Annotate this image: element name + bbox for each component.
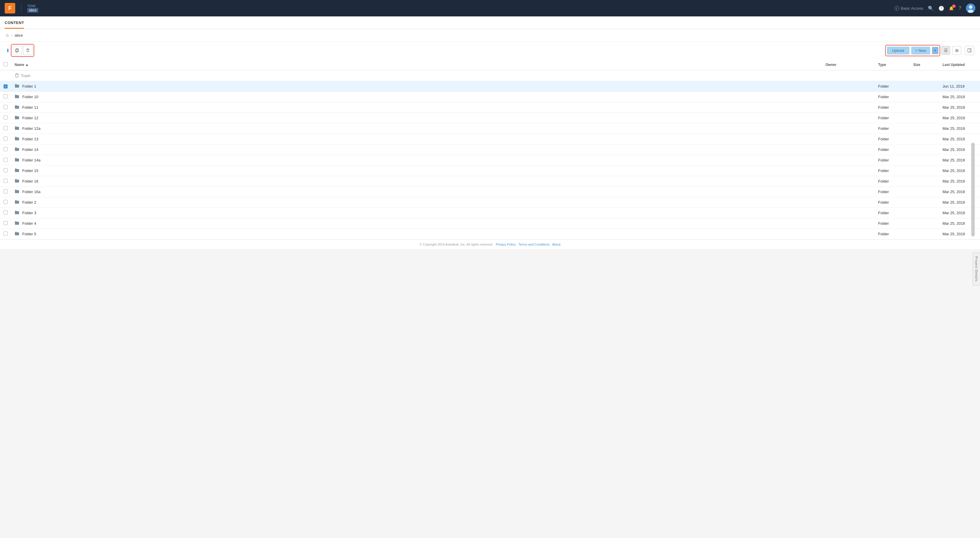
- file-name[interactable]: Folder 4: [22, 221, 36, 226]
- home-breadcrumb[interactable]: ⌂: [6, 32, 9, 38]
- table-row[interactable]: Folder 16aFolderMar 25, 2019: [0, 187, 980, 197]
- table-row[interactable]: Folder 4FolderMar 25, 2019: [0, 218, 980, 229]
- row-checkbox[interactable]: [3, 147, 8, 151]
- content-tab[interactable]: CONTENT: [5, 16, 24, 29]
- table-row[interactable]: Folder 16FolderMar 25, 2019: [0, 176, 980, 187]
- table-row[interactable]: Folder 2FolderMar 25, 2019: [0, 197, 980, 208]
- row-checkbox[interactable]: ✓: [3, 85, 8, 88]
- type-cell: Folder: [875, 197, 910, 208]
- type-cell: [875, 70, 910, 81]
- row-checkbox[interactable]: [3, 137, 8, 140]
- type-cell: Folder: [875, 155, 910, 166]
- name-column-header[interactable]: Name ▲: [11, 59, 822, 70]
- file-name[interactable]: Folder 13: [22, 137, 38, 141]
- file-name[interactable]: Folder 15: [22, 169, 38, 173]
- table-row[interactable]: Folder 12aFolderMar 25, 2019: [0, 123, 980, 134]
- row-checkbox[interactable]: [3, 211, 8, 214]
- panel-toggle-button[interactable]: [965, 46, 974, 55]
- header-right: i Basic Access 🔍 🕐 🔔 4 ?: [894, 3, 975, 13]
- file-name[interactable]: Trash: [21, 73, 30, 78]
- row-checkbox[interactable]: [3, 168, 8, 172]
- select-all-checkbox[interactable]: [3, 62, 8, 66]
- table-row[interactable]: Trash: [0, 70, 980, 81]
- row-checkbox[interactable]: [3, 221, 8, 225]
- owner-cell: [822, 144, 875, 155]
- size-cell: [910, 144, 939, 155]
- table-body: Trash✓Folder 1FolderJun 11, 2019Folder 1…: [0, 70, 980, 239]
- file-name[interactable]: Folder 10: [22, 95, 38, 99]
- svg-point-1: [969, 5, 972, 9]
- table-row[interactable]: Folder 14aFolderMar 25, 2019: [0, 155, 980, 166]
- delete-button[interactable]: [23, 46, 32, 55]
- owner-cell: [822, 81, 875, 92]
- file-name[interactable]: Folder 12: [22, 116, 38, 120]
- about-link[interactable]: About: [552, 243, 560, 246]
- terms-link[interactable]: Terms and Conditions: [519, 243, 549, 246]
- size-cell: [910, 208, 939, 218]
- privacy-policy-link[interactable]: Privacy Policy: [496, 243, 516, 246]
- owner-column-header: Owner: [822, 59, 875, 70]
- download-button[interactable]: ⬇: [6, 48, 10, 53]
- new-button[interactable]: + New: [911, 46, 930, 54]
- table-row[interactable]: Folder 14FolderMar 25, 2019: [0, 144, 980, 155]
- type-cell: Folder: [875, 123, 910, 134]
- file-name[interactable]: Folder 16a: [22, 190, 40, 194]
- notification-button[interactable]: 🔔 4: [949, 6, 954, 11]
- new-dropdown-button[interactable]: ▾: [932, 47, 939, 54]
- folder-icon: [14, 231, 19, 236]
- file-name[interactable]: Folder 3: [22, 211, 36, 215]
- table-row[interactable]: Folder 5FolderMar 25, 2019: [0, 229, 980, 239]
- owner-cell: [822, 218, 875, 229]
- last-updated-cell: Mar 25, 2019: [939, 123, 980, 134]
- table-row[interactable]: ✓Folder 1FolderJun 11, 2019: [0, 81, 980, 92]
- scrollbar-thumb[interactable]: [971, 143, 975, 236]
- owner-cell: [822, 134, 875, 144]
- user-avatar[interactable]: [966, 3, 975, 13]
- copy-button[interactable]: [13, 46, 22, 55]
- row-checkbox[interactable]: [3, 115, 8, 120]
- row-checkbox[interactable]: [3, 200, 8, 204]
- size-cell: [910, 197, 939, 208]
- last-updated-cell: [939, 70, 980, 81]
- table-row[interactable]: Folder 12FolderMar 25, 2019: [0, 113, 980, 123]
- size-cell: [910, 229, 939, 239]
- folder-icon: [14, 94, 19, 99]
- grid-view-button[interactable]: ⊞: [953, 46, 961, 55]
- file-name[interactable]: Folder 12a: [22, 126, 40, 131]
- row-checkbox[interactable]: [3, 189, 8, 193]
- last-updated-cell: Mar 25, 2019: [939, 113, 980, 123]
- row-checkbox[interactable]: [3, 179, 8, 183]
- help-button[interactable]: ?: [959, 6, 961, 11]
- table-row[interactable]: Folder 11FolderMar 25, 2019: [0, 102, 980, 113]
- folder-icon: [14, 158, 19, 163]
- size-cell: [910, 113, 939, 123]
- size-cell: [910, 166, 939, 176]
- file-name[interactable]: Folder 2: [22, 200, 36, 204]
- history-button[interactable]: 🕐: [939, 6, 944, 11]
- row-checkbox[interactable]: [3, 231, 8, 236]
- table-row[interactable]: Folder 10FolderMar 25, 2019: [0, 92, 980, 102]
- file-name[interactable]: Folder 11: [22, 105, 38, 110]
- file-name[interactable]: Folder 14: [22, 147, 38, 152]
- row-checkbox[interactable]: [3, 105, 8, 109]
- table-row[interactable]: Folder 15FolderMar 25, 2019: [0, 166, 980, 176]
- table-row[interactable]: Folder 13FolderMar 25, 2019: [0, 134, 980, 144]
- file-name[interactable]: Folder 14a: [22, 158, 40, 162]
- row-checkbox[interactable]: [3, 158, 8, 162]
- search-button[interactable]: 🔍: [928, 6, 934, 11]
- file-name[interactable]: Folder 5: [22, 232, 36, 236]
- info-icon: i: [894, 6, 899, 11]
- row-checkbox[interactable]: [3, 94, 8, 99]
- team-name: abce: [27, 8, 38, 12]
- file-name[interactable]: Folder 16: [22, 179, 38, 184]
- last-updated-cell: Mar 25, 2019: [939, 92, 980, 102]
- header-divider: [21, 3, 21, 13]
- row-checkbox[interactable]: [3, 126, 8, 130]
- file-name[interactable]: Folder 1: [22, 84, 36, 88]
- list-view-button[interactable]: ☰: [941, 46, 950, 55]
- upload-button[interactable]: Upload: [887, 46, 910, 54]
- type-cell: Folder: [875, 144, 910, 155]
- header: F Team abce i Basic Access 🔍 🕐 🔔 4 ?: [0, 0, 980, 16]
- table-row[interactable]: Folder 3FolderMar 25, 2019: [0, 208, 980, 218]
- folder-icon: [14, 189, 19, 194]
